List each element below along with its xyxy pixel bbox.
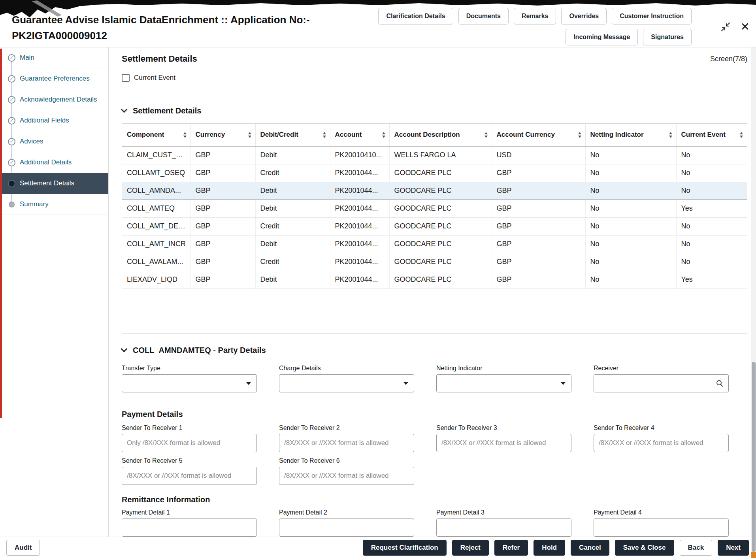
check-circle-icon: ✓: [8, 54, 15, 62]
sidebar-item-additional-details[interactable]: ✓Additional Details: [0, 152, 108, 173]
header-button-overrides[interactable]: Overrides: [561, 8, 607, 25]
main-content: Settlement Details Screen(7/8) Current E…: [109, 47, 750, 537]
sort-icon[interactable]: [669, 132, 672, 138]
payment-detail-4-input[interactable]: [594, 518, 729, 537]
column-header-current-event[interactable]: Current Event: [676, 124, 747, 146]
cell-account: PK2001044...: [330, 164, 389, 182]
table-row[interactable]: COLL_AMTEQGBPDebitPK2001044...GOODCARE P…: [122, 200, 747, 217]
header-button-customer-instruction[interactable]: Customer Instruction: [612, 8, 692, 25]
header-button-remarks[interactable]: Remarks: [514, 8, 556, 25]
sidebar-item-acknowledgement-details[interactable]: ✓Acknowledgement Details: [0, 89, 108, 110]
sender-to-receiver-6-input[interactable]: [279, 467, 414, 485]
audit-button[interactable]: Audit: [6, 540, 40, 556]
sidebar-item-advices[interactable]: ✓Advices: [0, 131, 108, 152]
scrollbar-thumb[interactable]: [752, 362, 756, 552]
current-event-checkbox[interactable]: [122, 74, 130, 82]
column-header-debit-credit[interactable]: Debit/Credit: [255, 124, 330, 146]
request-clarification-button[interactable]: Request Clarification: [363, 540, 447, 556]
payment-detail-1-input[interactable]: [122, 518, 257, 537]
sender-to-receiver-3-input[interactable]: [436, 434, 571, 452]
cell-account-currency: GBP: [492, 164, 585, 182]
sender-to-receiver-5-input[interactable]: [122, 467, 257, 485]
cell-current-event: No: [676, 253, 747, 271]
sender-to-receiver-2-input[interactable]: [279, 434, 414, 452]
sort-icon[interactable]: [578, 132, 581, 138]
sort-icon[interactable]: [248, 132, 251, 138]
sidebar-item-label: Additional Fields: [20, 117, 69, 124]
payment-detail-4-label: Payment Detail 4: [594, 509, 729, 516]
table-row[interactable]: LIEXADV_LIQDGBPDebitPK2001044...GOODCARE…: [122, 271, 747, 288]
sidebar-item-summary[interactable]: Summary: [0, 194, 108, 215]
cell-debit-credit: Debit: [255, 146, 330, 164]
party-details-section-header[interactable]: COLL_AMNDAMTEQ - Party Details: [122, 345, 747, 355]
header-button-documents[interactable]: Documents: [458, 8, 509, 25]
footer-action-bar: Audit Request ClarificationRejectReferHo…: [0, 537, 756, 558]
header-button-incoming-message[interactable]: Incoming Message: [566, 29, 638, 45]
sort-icon[interactable]: [183, 132, 187, 138]
column-header-account[interactable]: Account: [330, 124, 389, 146]
sender-to-receiver-4-input[interactable]: [594, 434, 729, 452]
back-button[interactable]: Back: [680, 540, 713, 556]
window-controls: ✕: [720, 21, 750, 32]
sort-icon[interactable]: [740, 132, 743, 138]
table-row[interactable]: COLL_AMT_INCRGBPDebitPK2001044...GOODCAR…: [122, 235, 747, 253]
sender-to-receiver-4-label: Sender To Receiver 4: [594, 424, 729, 432]
sort-icon[interactable]: [485, 132, 488, 138]
table-row[interactable]: COLL_AMNDA...GBPDebitPK2001044...GOODCAR…: [122, 182, 747, 200]
table-row[interactable]: COLL_AVALAM...GBPCreditPK2001044...GOODC…: [122, 253, 747, 271]
cell-currency: GBP: [190, 271, 255, 288]
charge-details-label: Charge Details: [279, 364, 414, 372]
sidebar-item-additional-fields[interactable]: ✓Additional Fields: [0, 110, 108, 131]
search-icon[interactable]: [716, 379, 724, 387]
column-header-currency[interactable]: Currency: [190, 124, 255, 146]
cell-debit-credit: Debit: [255, 235, 330, 253]
collapse-icon[interactable]: [720, 21, 731, 32]
transfer-type-select[interactable]: [122, 374, 257, 392]
refer-button[interactable]: Refer: [494, 540, 528, 556]
party-details-section-title: COLL_AMNDAMTEQ - Party Details: [133, 346, 266, 355]
sender-to-receiver-1-input[interactable]: [122, 434, 257, 452]
receiver-input[interactable]: [599, 379, 716, 388]
payment-detail-2-field: Payment Detail 2: [279, 509, 414, 537]
netting-indicator-select[interactable]: [436, 374, 571, 392]
footer-right-buttons: Request ClarificationRejectReferHoldCanc…: [363, 540, 749, 556]
reject-button[interactable]: Reject: [452, 540, 489, 556]
table-row[interactable]: COLLAMT_OSEQGBPCreditPK2001044...GOODCAR…: [122, 164, 747, 182]
sidebar-item-guarantee-preferences[interactable]: ✓Guarantee Preferences: [0, 68, 108, 89]
cell-currency: GBP: [190, 235, 255, 253]
charge-details-select[interactable]: [279, 374, 414, 392]
hold-button[interactable]: Hold: [534, 540, 565, 556]
cell-debit-credit: Debit: [255, 182, 330, 200]
sort-icon[interactable]: [382, 132, 385, 138]
table-row[interactable]: COLL_AMT_DECRGBPCreditPK2001044...GOODCA…: [122, 217, 747, 235]
sender-to-receiver-2-label: Sender To Receiver 2: [279, 424, 414, 432]
close-icon[interactable]: ✕: [741, 21, 750, 32]
table-row[interactable]: CLAIM_CUST_A...GBPDebitPK20010410...WELL…: [122, 146, 747, 164]
settlement-details-section-title: Settlement Details: [133, 106, 201, 115]
cell-debit-credit: Credit: [255, 164, 330, 182]
netting-indicator-label: Netting Indicator: [436, 364, 571, 372]
header-button-clarification-details[interactable]: Clarification Details: [378, 8, 453, 25]
next-button[interactable]: Next: [718, 540, 749, 556]
header-button-signatures[interactable]: Signatures: [643, 29, 692, 45]
payment-details-fields: Sender To Receiver 1Sender To Receiver 2…: [122, 424, 747, 485]
scrollbar-bottom-orange-marker: [751, 552, 756, 558]
sidebar-item-main[interactable]: ✓Main: [0, 47, 108, 68]
column-header-component[interactable]: Component: [122, 124, 190, 146]
save-close-button[interactable]: Save & Close: [615, 540, 674, 556]
cell-component: COLL_AMT_DECR: [122, 217, 190, 235]
remittance-information-title: Remittance Information: [122, 495, 747, 505]
column-header-netting-indicator[interactable]: Netting Indicator: [585, 124, 676, 146]
cell-current-event: Yes: [676, 271, 747, 288]
payment-detail-2-input[interactable]: [279, 518, 414, 537]
cancel-button[interactable]: Cancel: [571, 540, 609, 556]
cell-account-description: GOODCARE PLC: [389, 182, 492, 200]
payment-detail-3-input[interactable]: [436, 518, 571, 537]
sort-icon[interactable]: [323, 132, 326, 138]
column-header-account-description[interactable]: Account Description: [389, 124, 492, 146]
vertical-scrollbar[interactable]: [751, 47, 756, 558]
settlement-details-section-header[interactable]: Settlement Details: [122, 106, 747, 115]
column-header-account-currency[interactable]: Account Currency: [492, 124, 585, 146]
cell-account-currency: GBP: [492, 271, 585, 288]
sidebar-item-settlement-details[interactable]: Settlement Details: [0, 173, 108, 194]
